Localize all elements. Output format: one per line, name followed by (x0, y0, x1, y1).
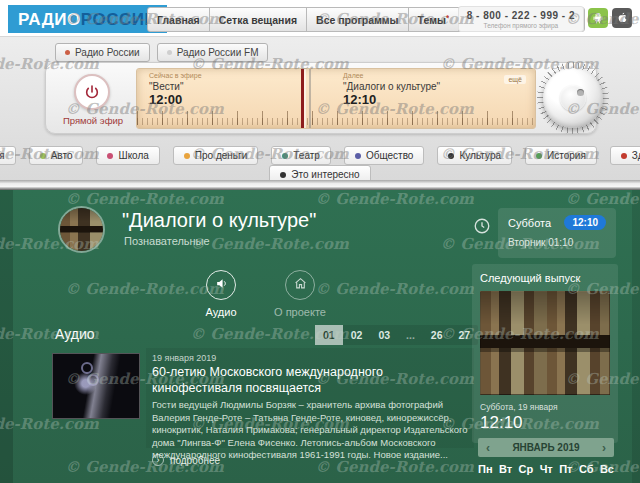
category-dot (355, 153, 361, 159)
pagination-page-02[interactable]: 02 (343, 325, 371, 345)
volume-knob[interactable] (537, 62, 609, 134)
phone-caption: Телефон прямого эфира (467, 22, 575, 29)
about-tab-button[interactable] (285, 270, 315, 300)
now-caption: Сейчас в эфире (149, 72, 202, 79)
nav-item-label: Главная (157, 14, 200, 26)
station-tab-0[interactable]: Радио России (55, 43, 150, 62)
category-button-3[interactable]: Про деньги (173, 146, 258, 165)
calendar-prev-button[interactable]: ‹ (486, 441, 490, 455)
category-label: История (547, 150, 586, 161)
projector-beam (53, 354, 139, 418)
category-dot (621, 153, 627, 159)
schedule-time-badge[interactable]: 12:10 (564, 215, 606, 230)
audio-tab-button[interactable] (206, 270, 236, 300)
page: РАДИОРОССИИ ГлавнаяСетка вещанияВсе прог… (0, 0, 640, 483)
schedule-more-button[interactable]: ещё (504, 75, 526, 84)
pagination-ellipsis: ... (398, 325, 423, 345)
article-thumbnail[interactable] (52, 353, 140, 419)
volume-knob-marker (577, 89, 584, 96)
pagination-page-26[interactable]: 26 (423, 325, 451, 345)
category-label: Общество (366, 150, 414, 161)
next-caption: Далее (343, 72, 440, 79)
nav-item-0[interactable]: Главная (147, 7, 210, 32)
arrow-circle-icon: › (152, 454, 164, 466)
right-edge-shade (632, 190, 640, 483)
pagination: 010203...2627 (315, 325, 478, 345)
nav-item-1[interactable]: Сетка вещания (209, 7, 307, 32)
category-label: Авто (51, 150, 73, 161)
next-time: 12:10 (343, 92, 440, 107)
pagination-page-03[interactable]: 03 (370, 325, 398, 345)
pagination-page-01[interactable]: 01 (315, 325, 343, 345)
left-edge-shade (0, 190, 13, 483)
program-subtitle: Познавательные (124, 235, 210, 247)
app-links (588, 8, 632, 28)
weekday-Сб: Сб (579, 463, 594, 475)
logo-part1: РАДИО (18, 10, 81, 29)
now-time: 12:00 (149, 92, 202, 107)
volume-knob-body[interactable] (543, 68, 603, 128)
phone-box: 8 - 800 - 222 - 999 - 2 Телефон прямого … (458, 6, 584, 32)
category-button-1[interactable]: Авто (29, 146, 84, 165)
next-issue-image[interactable] (480, 291, 610, 395)
section-divider (0, 180, 640, 190)
category-label: Школа (118, 150, 148, 161)
calendar-month-label: ЯНВАРЬ 2019 (512, 442, 579, 453)
category-dot (282, 153, 288, 159)
logo-part2: РОССИИ (81, 10, 157, 29)
tuner-needle[interactable] (301, 69, 304, 128)
calendar-next-button[interactable]: › (602, 441, 606, 455)
android-app-icon[interactable] (588, 8, 608, 28)
category-button-2[interactable]: Школа (96, 146, 159, 165)
category-button-6[interactable]: Культура (437, 146, 512, 165)
audio-heading: Аудио (55, 326, 95, 342)
live-label: Прямой эфир (52, 115, 134, 126)
about-tab-label[interactable]: О проекте (266, 306, 334, 318)
next-title: "Диалоги о культуре" (343, 81, 440, 92)
category-button-7[interactable]: История (525, 146, 597, 165)
live-power-button[interactable] (74, 74, 110, 110)
tuner-display: Сейчас в эфире "Вести" 12:00 Далее "Диал… (136, 68, 536, 129)
schedule-card: Суббота 12:10 Вторник 01:10 (498, 208, 616, 258)
now-title: "Вести" (149, 81, 202, 92)
category-button-5[interactable]: Общество (344, 146, 425, 165)
category-dot (184, 153, 190, 159)
next-issue-date: Суббота, 19 января (480, 402, 610, 412)
home-icon (294, 276, 307, 294)
nav-item-label: Сетка вещания (219, 14, 297, 26)
radio-russia-logo[interactable]: РАДИОРОССИИ (8, 5, 167, 33)
category-button-0[interactable]: Армия (0, 146, 16, 165)
clock-icon (473, 217, 491, 235)
tab-status-dot (167, 50, 172, 55)
category-dot (536, 153, 542, 159)
station-tab-1[interactable]: Радио России FM (157, 43, 269, 62)
weekday-Вс: Вс (600, 463, 614, 475)
speaker-icon (215, 276, 228, 294)
category-label: Культура (459, 150, 501, 161)
read-more-link[interactable]: › подробнее (152, 454, 220, 466)
category-label: Армия (0, 150, 5, 161)
tuner-scale (137, 111, 535, 125)
article-title[interactable]: 60-летию Московского международного кино… (152, 365, 470, 396)
weekday-Вт: Вт (499, 463, 512, 475)
new-indicator: • (446, 12, 449, 22)
category-dot (107, 153, 113, 159)
next-issue-heading: Следующий выпуск (480, 272, 610, 284)
category-button-4[interactable]: Театр (271, 146, 331, 165)
top-header: РАДИОРОССИИ ГлавнаяСетка вещанияВсе прог… (0, 0, 640, 37)
category-button-8[interactable]: Здоровье (610, 146, 640, 165)
tab-label: Радио России (75, 47, 140, 58)
apple-app-icon[interactable] (612, 8, 632, 28)
category-dot (280, 172, 286, 178)
nav-item-3[interactable]: Темы• (408, 7, 459, 32)
tab-label: Радио России FM (177, 47, 259, 58)
nav-item-2[interactable]: Все программы (306, 7, 408, 32)
category-label: Театр (293, 150, 320, 161)
audio-tab-label[interactable]: Аудио (193, 306, 249, 318)
article-text: Гости ведущей Людмилы Борзяк – хранитель… (152, 399, 470, 462)
schedule-day: Суббота (508, 217, 551, 229)
next-issue-time: 12:10 (480, 413, 610, 433)
program-avatar (58, 206, 105, 253)
weekday-Ср: Ср (519, 463, 534, 475)
calendar-header: ‹ ЯНВАРЬ 2019 › (478, 438, 614, 457)
